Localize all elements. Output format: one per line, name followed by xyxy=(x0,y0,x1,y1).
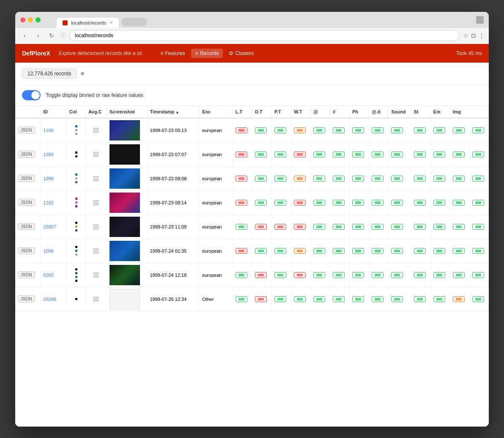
col-header-dt[interactable]: D.T xyxy=(252,106,271,118)
col-header-hash[interactable]: # xyxy=(330,106,350,118)
minimize-button[interactable] xyxy=(28,17,33,22)
forward-button[interactable]: › xyxy=(33,30,43,41)
back-button[interactable]: ‹ xyxy=(19,30,30,41)
nav-features[interactable]: ≡ Features xyxy=(156,49,189,58)
color-dots xyxy=(69,125,83,135)
color-dots-cell xyxy=(67,263,86,287)
color-dots-cell xyxy=(67,190,86,215)
feat-cell xyxy=(233,166,252,190)
nav-records[interactable]: ≡ Records xyxy=(191,49,223,58)
screenshot-thumb[interactable] xyxy=(110,241,140,261)
col-header-em[interactable]: Em xyxy=(430,106,450,118)
screenshot-thumb[interactable] xyxy=(110,289,140,309)
nav-features-label: Features xyxy=(165,50,185,56)
col-header-atit[interactable]: @.it xyxy=(369,106,389,118)
tab-close-button[interactable]: ✕ xyxy=(110,20,113,25)
record-id-link[interactable]: 25807 xyxy=(43,224,56,229)
screenshot-thumb[interactable] xyxy=(110,193,140,213)
feat-cell xyxy=(450,190,469,215)
col-header-sound[interactable]: Sound xyxy=(389,106,411,118)
close-button[interactable] xyxy=(20,17,25,22)
col-header-enc[interactable]: Enc xyxy=(200,106,233,118)
timestamp-cell: 1999-07-23 08:14 xyxy=(147,190,200,215)
feat-cell xyxy=(469,215,489,239)
record-id-link[interactable]: 1096 xyxy=(43,248,53,253)
col-header-avgc[interactable]: Avg.C xyxy=(86,106,107,118)
col-header-img[interactable]: Img xyxy=(450,106,469,118)
json-button[interactable]: JSON xyxy=(18,175,35,182)
record-id-link[interactable]: 20286 xyxy=(43,297,56,302)
feat-cell xyxy=(469,142,489,166)
enc-value: european xyxy=(202,273,222,278)
browser-tab[interactable]: localhost/records ✕ xyxy=(57,18,119,28)
col-header-timestamp[interactable]: Timestamp xyxy=(147,106,200,118)
fullscreen-button[interactable] xyxy=(36,17,41,22)
feat-cell xyxy=(411,166,430,190)
bookmark-icon[interactable]: ☆ xyxy=(463,32,468,39)
timestamp-value: 1999-07-23 08:08 xyxy=(150,176,186,181)
feat-cell xyxy=(450,263,469,287)
id-cell: 8203 xyxy=(41,263,67,287)
json-button[interactable]: JSON xyxy=(18,199,35,206)
menu-icon[interactable]: ⋮ xyxy=(479,32,485,39)
col-header-st[interactable]: St xyxy=(411,106,430,118)
avgc-cell xyxy=(86,118,107,143)
json-button[interactable]: JSON xyxy=(18,271,35,278)
timestamp-cell: 1999-07-23 05:13 xyxy=(147,118,200,143)
col-header-ph[interactable]: Ph xyxy=(350,106,369,118)
feat-cell xyxy=(311,142,330,166)
json-button[interactable]: JSON xyxy=(18,127,35,134)
screenshot-cell xyxy=(107,142,147,166)
screenshot-thumb[interactable] xyxy=(110,217,140,237)
feat-cell xyxy=(252,166,271,190)
color-dots xyxy=(69,298,83,300)
feat-cell xyxy=(389,190,411,215)
timestamp-cell: 1999-07-23 08:08 xyxy=(147,166,200,190)
id-cell: 20286 xyxy=(41,287,67,311)
col-header-id[interactable]: ID xyxy=(41,106,67,118)
screenshot-thumb[interactable] xyxy=(110,265,140,285)
col-header-col[interactable]: Col xyxy=(67,106,86,118)
feat-cell xyxy=(291,239,311,263)
color-dots xyxy=(69,245,83,256)
enc-cell: european xyxy=(200,239,233,263)
reload-button[interactable]: ↻ xyxy=(47,30,57,41)
feat-cell xyxy=(369,142,389,166)
screenshot-thumb[interactable] xyxy=(110,168,140,189)
avgc-cell xyxy=(86,263,107,287)
json-button[interactable]: JSON xyxy=(18,151,35,158)
table-row: JSON 1100 1999-07-23 05:13 european xyxy=(15,118,489,143)
col-header-lt[interactable]: L.T xyxy=(233,106,252,118)
json-button-cell: JSON xyxy=(15,239,41,263)
feat-cell xyxy=(291,166,311,190)
records-count-label: 12,779,426 records xyxy=(27,71,71,77)
col-header-at[interactable]: @ xyxy=(311,106,330,118)
feat-cell xyxy=(252,215,271,239)
record-id-link[interactable]: 1099 xyxy=(43,152,53,157)
address-input[interactable] xyxy=(69,30,460,41)
cast-icon[interactable]: ⊡ xyxy=(471,32,476,39)
enc-value: Other xyxy=(202,297,214,302)
record-id-link[interactable]: 1098 xyxy=(43,176,53,181)
nav-clusters[interactable]: ⚙ Clusters xyxy=(225,49,258,58)
json-button[interactable]: JSON xyxy=(18,223,35,230)
record-id-link[interactable]: 1100 xyxy=(43,128,53,133)
record-id-link[interactable]: 8203 xyxy=(43,273,53,278)
address-bar: ‹ › ↻ i ☆ ⊡ ⋮ xyxy=(15,28,489,44)
json-button[interactable]: JSON xyxy=(18,247,35,254)
json-button[interactable]: JSON xyxy=(18,295,35,303)
color-dots-cell xyxy=(67,215,86,239)
app-tagline: Explore defacement records like a sir. xyxy=(59,50,143,56)
feat-cell xyxy=(311,239,330,263)
screenshot-thumb[interactable] xyxy=(110,120,140,140)
enc-value: european xyxy=(202,176,222,181)
new-tab-button[interactable] xyxy=(121,18,147,26)
col-header-screenshot[interactable]: Screenshot xyxy=(107,106,147,118)
screenshot-thumb[interactable] xyxy=(110,144,140,165)
window-control-icon xyxy=(476,16,484,24)
col-header-pt[interactable]: P.T xyxy=(271,106,291,118)
toggle-switch[interactable] xyxy=(22,90,41,100)
col-header-wt[interactable]: W.T xyxy=(291,106,311,118)
enc-cell: european xyxy=(200,190,233,215)
record-id-link[interactable]: 1102 xyxy=(43,200,53,205)
